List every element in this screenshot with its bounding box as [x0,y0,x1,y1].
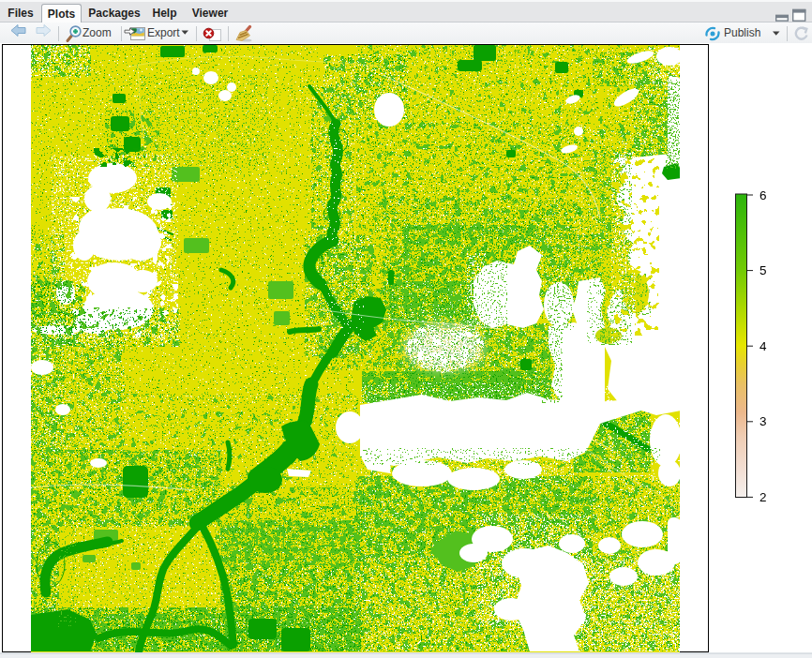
svg-text:6: 6 [759,188,767,202]
svg-text:4: 4 [759,339,767,353]
svg-text:3: 3 [759,414,767,428]
svg-text:2: 2 [759,490,767,504]
svg-text:5: 5 [759,263,767,277]
